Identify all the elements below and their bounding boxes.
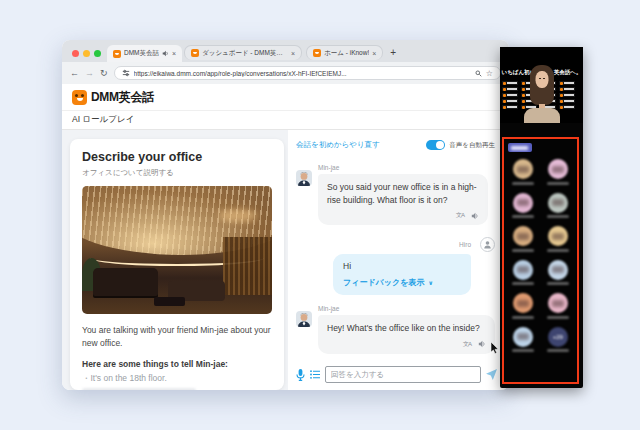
minimize-window-button[interactable]: [83, 50, 90, 57]
ai-bubble: So you said your new office is in a high…: [318, 174, 488, 225]
forward-button[interactable]: →: [85, 69, 94, 78]
logo-strip: [502, 99, 518, 103]
participant-avatar: [507, 159, 539, 185]
tab-close-icon[interactable]: ×: [172, 50, 176, 57]
browser-toolbar: ← → ↻ https://eikaiwa.dmm.com/app/role-p…: [62, 62, 509, 84]
message-text: Hey! What's the office like on the insid…: [327, 322, 486, 335]
sender-name: Min-jae: [318, 305, 495, 312]
logo-strip: [502, 93, 518, 97]
presenter-video: いちばん初めは 英会話へ。: [500, 47, 583, 123]
participant-grid: +29: [504, 152, 577, 360]
message-text: Hi: [343, 261, 461, 271]
minjae-avatar: [296, 170, 312, 186]
tab-dmm-eikaiwa[interactable]: DMM英会話 ×: [107, 45, 182, 62]
maximize-window-button[interactable]: [94, 50, 101, 57]
chat-panel: 会話を初めからやり直す 音声を自動再生 Min-jae So you said …: [288, 130, 509, 390]
new-tab-button[interactable]: +: [385, 47, 401, 62]
logo-strip: [502, 105, 518, 109]
tune-icon: [122, 69, 130, 77]
browser-window: DMM英会話 × ダッシュボード - DMM英会話 × ホーム - iKnow!…: [62, 40, 509, 390]
autoplay-toggle[interactable]: [426, 140, 445, 150]
chat-message-ai: Min-jae So you said your new office is i…: [296, 164, 495, 225]
dmm-favicon-icon: [191, 49, 199, 57]
microphone-icon[interactable]: [296, 369, 305, 381]
tab-strip: DMM英会話 × ダッシュボード - DMM英会話 × ホーム - iKnow!…: [62, 40, 509, 62]
reload-button[interactable]: ↻: [100, 69, 108, 78]
lesson-card: Describe your office オフィスについて説明する You ar…: [70, 139, 284, 390]
logo-strip: [502, 87, 518, 91]
user-avatar: [480, 237, 495, 252]
minjae-avatar: [296, 311, 312, 327]
sender-name: Hiro: [459, 241, 471, 248]
participant-avatar: [507, 260, 539, 286]
dmm-favicon-icon: [113, 50, 121, 58]
roster-label-badge: [508, 143, 532, 152]
lesson-intro: You are talking with your friend Min-jae…: [82, 324, 272, 350]
restart-conversation-link[interactable]: 会話を初めからやり直す: [296, 140, 380, 150]
highlighted-roster: +29: [502, 137, 579, 384]
lesson-tips-heading: Here are some things to tell Min-jae:: [82, 359, 272, 369]
tab-label: DMM英会話: [124, 49, 159, 58]
show-feedback-link[interactable]: フィードバックを表示 ∨: [343, 277, 461, 288]
tab-audio-icon[interactable]: [162, 50, 169, 57]
url-text: https://eikaiwa.dmm.com/app/role-play/co…: [134, 70, 471, 77]
participant-avatar: [542, 226, 574, 252]
url-bar[interactable]: https://eikaiwa.dmm.com/app/role-play/co…: [114, 66, 501, 80]
app-header: DMM英会話: [62, 84, 509, 110]
presenter-person: [520, 65, 564, 123]
participant-avatar: [542, 293, 574, 319]
mouse-cursor: [490, 342, 499, 354]
ai-bubble: Hey! What's the office like on the insid…: [318, 315, 495, 353]
participant-avatar: +29: [542, 327, 574, 353]
chat-message-user: Hiro Hi フィードバックを表示 ∨: [296, 237, 495, 295]
chat-toolbar: 会話を初めからやり直す 音声を自動再生: [296, 140, 495, 150]
user-bubble: Hi フィードバックを表示 ∨: [333, 254, 471, 295]
speaker-icon[interactable]: [478, 340, 486, 348]
page-title: AI ロールプレイ: [72, 114, 134, 126]
tab-iknow[interactable]: ホーム - iKnow! ×: [306, 45, 383, 60]
video-call-window[interactable]: いちばん初めは 英会話へ。 +29: [500, 47, 583, 388]
lesson-tip-faded: [82, 388, 196, 390]
answer-input-row: [296, 366, 497, 383]
tab-label: ホーム - iKnow!: [324, 49, 369, 58]
chevron-down-icon: ∨: [428, 279, 433, 286]
autoplay-control: 音声を自動再生: [426, 140, 495, 150]
tab-close-icon[interactable]: ×: [291, 50, 295, 57]
tab-dashboard[interactable]: ダッシュボード - DMM英会話 ×: [184, 45, 302, 60]
dmm-logo-icon[interactable]: [72, 90, 87, 105]
translate-icon[interactable]: 文A: [463, 340, 471, 349]
participant-avatar: [542, 260, 574, 286]
participant-avatar: [542, 159, 574, 185]
phrase-list-icon[interactable]: [310, 370, 320, 379]
participant-avatar: [507, 193, 539, 219]
speaker-icon[interactable]: [471, 212, 479, 220]
participant-avatar: [507, 226, 539, 252]
search-icon[interactable]: [475, 70, 482, 77]
participant-avatar: [542, 193, 574, 219]
logo-strip: [502, 81, 518, 85]
send-icon[interactable]: [486, 369, 497, 380]
lesson-tip: ・It's on the 18th floor.: [82, 373, 272, 385]
answer-input[interactable]: [325, 366, 481, 383]
translate-icon[interactable]: 文A: [456, 211, 464, 220]
chat-message-ai: Min-jae Hey! What's the office like on t…: [296, 305, 495, 353]
desktop: DMM英会話 × ダッシュボード - DMM英会話 × ホーム - iKnow!…: [0, 0, 640, 430]
tab-label: ダッシュボード - DMM英会話: [202, 49, 288, 58]
window-controls: [68, 50, 107, 62]
autoplay-label: 音声を自動再生: [449, 141, 495, 150]
office-photo: [82, 186, 272, 314]
back-button[interactable]: ←: [70, 69, 79, 78]
bookmark-star-icon[interactable]: ☆: [486, 69, 493, 78]
page-title-bar: AI ロールプレイ: [62, 110, 509, 130]
main-content: Describe your office オフィスについて説明する You ar…: [62, 130, 509, 390]
lesson-subtitle: オフィスについて説明する: [82, 168, 272, 178]
lesson-column: Describe your office オフィスについて説明する You ar…: [62, 130, 288, 390]
brand-wordmark[interactable]: DMM英会話: [91, 89, 154, 106]
participant-avatar: [507, 327, 539, 353]
tab-close-icon[interactable]: ×: [372, 50, 376, 57]
dmm-favicon-icon: [313, 49, 321, 57]
lesson-title: Describe your office: [82, 150, 272, 164]
message-text: So you said your new office is in a high…: [327, 181, 479, 207]
close-window-button[interactable]: [72, 50, 79, 57]
sender-name: Min-jae: [318, 164, 495, 171]
